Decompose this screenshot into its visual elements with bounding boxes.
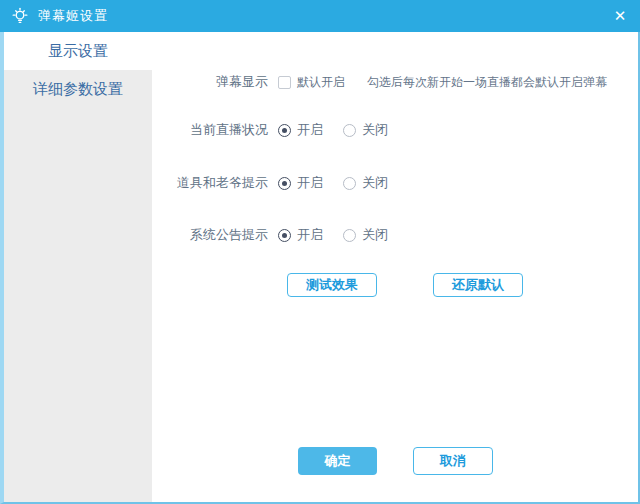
gift-notice-on-radio[interactable] [278,177,291,190]
danmu-display-label: 弹幕显示 [152,73,268,91]
live-status-off-label[interactable]: 关闭 [362,121,388,139]
close-icon[interactable]: ✕ [600,0,640,32]
live-status-on-label[interactable]: 开启 [297,121,323,139]
system-announce-row: 系统公告提示 开启 关闭 [152,225,388,245]
lightbulb-icon [9,5,31,27]
system-announce-on-label[interactable]: 开启 [297,226,323,244]
system-announce-label: 系统公告提示 [152,226,268,244]
sidebar-item-display-settings[interactable]: 显示设置 [4,32,152,70]
default-on-checkbox[interactable] [278,76,291,89]
gift-notice-off-radio[interactable] [343,177,356,190]
ok-button[interactable]: 确定 [298,447,377,475]
default-on-checkbox-label[interactable]: 默认开启 [297,74,345,91]
live-status-on-radio[interactable] [278,124,291,137]
gift-notice-label: 道具和老爷提示 [152,174,268,192]
gift-notice-row: 道具和老爷提示 开启 关闭 [152,173,388,193]
live-status-off-radio[interactable] [343,124,356,137]
live-status-label: 当前直播状况 [152,121,268,139]
system-announce-on-radio[interactable] [278,229,291,242]
restore-default-button[interactable]: 还原默认 [433,273,523,297]
gift-notice-on-label[interactable]: 开启 [297,174,323,192]
cancel-button[interactable]: 取消 [413,447,493,475]
danmu-display-row: 弹幕显示 默认开启 勾选后每次新开始一场直播都会默认开启弹幕 [152,72,607,92]
settings-panel: 弹幕显示 默认开启 勾选后每次新开始一场直播都会默认开启弹幕 当前直播状况 开启… [152,32,638,502]
system-announce-off-radio[interactable] [343,229,356,242]
sidebar-item-detail-params[interactable]: 详细参数设置 [4,70,152,108]
gift-notice-off-label[interactable]: 关闭 [362,174,388,192]
test-effect-button[interactable]: 测试效果 [287,273,377,297]
titlebar[interactable]: 弹幕姬设置 ✕ [0,0,640,32]
window-title: 弹幕姬设置 [38,7,108,25]
danmu-display-hint: 勾选后每次新开始一场直播都会默认开启弹幕 [367,74,607,91]
system-announce-off-label[interactable]: 关闭 [362,226,388,244]
window-body: 显示设置 详细参数设置 弹幕显示 默认开启 勾选后每次新开始一场直播都会默认开启… [0,32,640,504]
settings-window: 弹幕姬设置 ✕ 显示设置 详细参数设置 弹幕显示 默认开启 勾选后每次新开始一场… [0,0,640,504]
sidebar: 显示设置 详细参数设置 [4,32,152,502]
live-status-row: 当前直播状况 开启 关闭 [152,120,388,140]
